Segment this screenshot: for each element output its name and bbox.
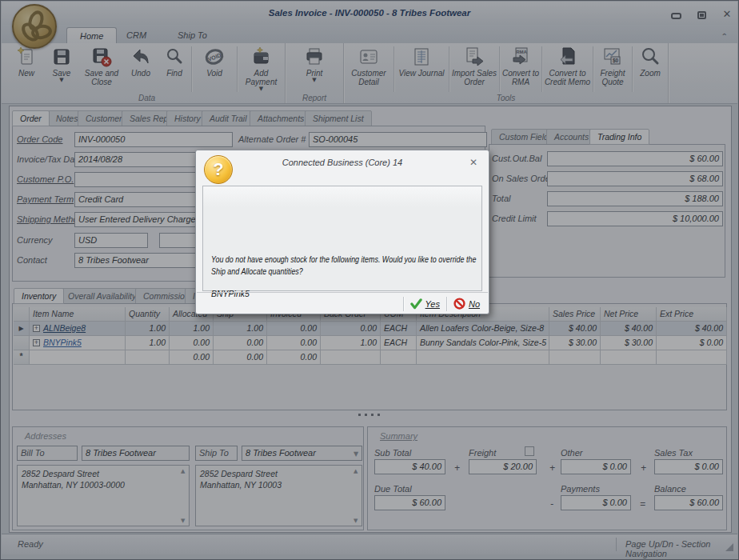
separator [446,297,447,311]
separator [403,297,404,311]
dialog-body: You do not have enough stock for the fol… [202,186,482,291]
no-entry-icon [453,298,465,310]
app-window: Sales Invoice - INV-000050 - 8 Tribes Fo… [0,0,739,560]
dialog-title: Connected Business (Core) 14 [196,158,489,167]
question-icon: ? [204,155,233,184]
no-button[interactable]: No [453,298,480,310]
dialog-close-icon[interactable]: ✕ [469,157,477,168]
stock-warning-dialog: ? Connected Business (Core) 14 ✕ You do … [195,150,489,314]
yes-button[interactable]: Yes [410,298,440,310]
check-icon [410,298,422,310]
dialog-message: You do not have enough stock for the fol… [211,254,479,278]
dialog-button-strip: Yes No [197,292,488,314]
